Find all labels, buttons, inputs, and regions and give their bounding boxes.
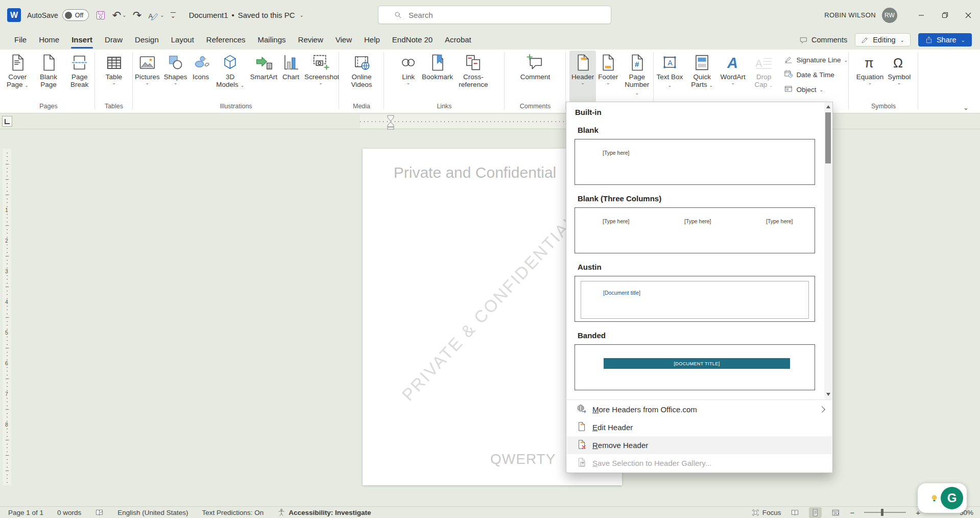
- minimize-button[interactable]: [910, 0, 933, 30]
- titlebar-right: ROBIN WILSON RW: [824, 0, 980, 30]
- editing-mode-button[interactable]: Editing ⌄: [855, 33, 911, 46]
- print-layout-button[interactable]: [809, 507, 822, 518]
- ribbon-icons-button[interactable]: Icons: [189, 51, 212, 102]
- header-gallery-item-blank-three-columns[interactable]: [Type here][Type here][Type here]: [575, 207, 815, 253]
- style-pen-button[interactable]: A⌄: [148, 10, 164, 21]
- document-title-chip[interactable]: Document1 • Saved to this PC ⌄: [189, 11, 304, 19]
- undo-button[interactable]: ↶⌄: [112, 10, 127, 20]
- tab-home[interactable]: Home: [33, 31, 65, 49]
- ribbon-online-videos-button[interactable]: Online Videos: [343, 51, 380, 102]
- avatar[interactable]: RW: [882, 8, 897, 23]
- tab-draw[interactable]: Draw: [99, 31, 129, 49]
- header-gallery-item-banded[interactable]: [DOCUMENT TITLE]: [575, 344, 815, 390]
- menu-item-edit-header[interactable]: Edit Header: [567, 418, 832, 436]
- bookmark-icon: [428, 52, 447, 73]
- button-label: Link: [402, 73, 415, 81]
- ribbon-equation-button[interactable]: πEquation⌄: [854, 51, 886, 102]
- first-line-indent-marker[interactable]: [387, 115, 395, 122]
- ribbon-smartart-button[interactable]: SmartArt: [248, 51, 279, 102]
- qat-overflow-button[interactable]: ⌄: [171, 12, 176, 18]
- chevron-down-icon: ⌄: [709, 83, 713, 88]
- ribbon-drop-cap-button[interactable]: ADrop Cap ⌄: [748, 51, 780, 102]
- ribbon-object-button[interactable]: Object ⌄: [784, 84, 848, 95]
- ribbon-text-box-button[interactable]: AText Box ⌄: [654, 51, 686, 102]
- ribbon-header-button[interactable]: Header⌄: [569, 51, 596, 102]
- tab-mailings[interactable]: Mailings: [252, 31, 292, 49]
- menu-item-save-selection-to-header-gallery[interactable]: Save Selection to Header Gallery...: [567, 454, 832, 472]
- read-mode-icon: [791, 508, 799, 517]
- close-button[interactable]: [957, 0, 980, 30]
- page-number-icon: #: [628, 52, 647, 73]
- ribbon-link-button[interactable]: Link⌄: [397, 51, 420, 102]
- word-count[interactable]: 0 words: [57, 509, 81, 516]
- ribbon-wordart-button[interactable]: AWordArt⌄: [718, 51, 747, 102]
- proofing-status[interactable]: [95, 508, 104, 517]
- scroll-down-button[interactable]: [824, 390, 832, 398]
- ribbon-shapes-button[interactable]: Shapes⌄: [162, 51, 189, 102]
- maximize-button[interactable]: [933, 0, 957, 30]
- ribbon-cover-page-button[interactable]: Cover Page ⌄: [2, 51, 33, 102]
- zoom-slider[interactable]: [864, 512, 906, 513]
- redo-button[interactable]: ↷: [133, 10, 142, 20]
- ribbon-comment-button[interactable]: Comment: [518, 51, 553, 102]
- text-box-icon: A: [660, 52, 679, 73]
- header-gallery-item-blank[interactable]: [Type here]: [575, 139, 815, 185]
- tab-review[interactable]: Review: [292, 31, 329, 49]
- menu-item-more-headers-from-office-com[interactable]: More Headers from Office.com: [567, 401, 832, 418]
- menu-item-remove-header[interactable]: Remove Header: [567, 436, 832, 454]
- scrollbar-thumb[interactable]: [825, 112, 831, 163]
- tab-insert[interactable]: Insert: [65, 31, 99, 49]
- ribbon-pictures-button[interactable]: Pictures⌄: [133, 51, 162, 102]
- text-predictions[interactable]: Text Predictions: On: [202, 509, 264, 516]
- header-gallery-item-austin[interactable]: [Document title]: [575, 276, 815, 322]
- ribbon-page-break-button[interactable]: Page Break: [64, 51, 95, 102]
- grammarly-widget[interactable]: G: [918, 483, 967, 513]
- ribbon-page-number-button[interactable]: #Page Number ⌄: [620, 51, 654, 102]
- zoom-out-button[interactable]: −: [850, 508, 854, 517]
- search-box[interactable]: [378, 6, 611, 24]
- ribbon-quick-parts-button[interactable]: Quick Parts ⌄: [686, 51, 719, 102]
- ribbon-tab-row: FileHomeInsertDrawDesignLayoutReferences…: [0, 30, 980, 50]
- tab-file[interactable]: File: [8, 31, 33, 49]
- focus-mode-button[interactable]: Focus: [752, 509, 781, 516]
- scroll-up-button[interactable]: [824, 103, 832, 110]
- menu-separator: [567, 399, 832, 400]
- gallery-scrollbar[interactable]: [824, 103, 832, 399]
- tab-help[interactable]: Help: [358, 31, 386, 49]
- tab-references[interactable]: References: [200, 31, 252, 49]
- tab-endnote-20[interactable]: EndNote 20: [386, 31, 439, 49]
- ribbon-chart-button[interactable]: Chart: [279, 51, 302, 102]
- comments-button[interactable]: Comments: [799, 36, 847, 44]
- web-layout-button[interactable]: [829, 507, 842, 518]
- button-label: Date & Time: [796, 71, 834, 79]
- tab-view[interactable]: View: [329, 31, 358, 49]
- ribbon-cross-reference-button[interactable]: Cross-reference: [455, 51, 492, 102]
- page-indicator[interactable]: Page 1 of 1: [8, 509, 43, 516]
- ribbon-table-button[interactable]: Table⌄: [103, 51, 126, 102]
- tab-stop-selector[interactable]: [2, 116, 12, 127]
- ribbon-screenshot-button[interactable]: Screenshot⌄: [302, 51, 339, 102]
- ribbon-date-time-button[interactable]: Date & Time: [784, 69, 848, 80]
- ribbon-3d-models-button[interactable]: 3D Models ⌄: [212, 51, 248, 102]
- tab-acrobat[interactable]: Acrobat: [439, 31, 477, 49]
- ribbon-signature-line-button[interactable]: Signature Line ⌄: [784, 55, 848, 65]
- ribbon-symbol-button[interactable]: ΩSymbol⌄: [886, 51, 913, 102]
- zoom-slider-thumb[interactable]: [881, 509, 883, 516]
- tab-design[interactable]: Design: [129, 31, 165, 49]
- ribbon-bookmark-button[interactable]: Bookmark: [420, 51, 455, 102]
- ribbon-footer-button[interactable]: Footer⌄: [596, 51, 620, 102]
- tab-layout[interactable]: Layout: [165, 31, 200, 49]
- language-indicator[interactable]: English (United States): [117, 509, 188, 516]
- hanging-indent-marker[interactable]: [387, 122, 395, 130]
- search-input[interactable]: [408, 10, 578, 20]
- button-label: SmartArt: [250, 73, 277, 81]
- autosave-toggle[interactable]: Off: [62, 9, 89, 21]
- ribbon-blank-page-button[interactable]: Blank Page: [33, 51, 64, 102]
- save-button[interactable]: [95, 10, 106, 21]
- share-label: Share: [937, 36, 957, 44]
- collapse-ribbon-button[interactable]: ⌄: [963, 104, 969, 111]
- accessibility-status[interactable]: Accessibility: Investigate: [277, 508, 371, 516]
- chevron-down-icon: ⌄: [160, 12, 164, 18]
- read-mode-button[interactable]: [788, 507, 801, 518]
- share-button[interactable]: Share ⌄: [918, 33, 972, 46]
